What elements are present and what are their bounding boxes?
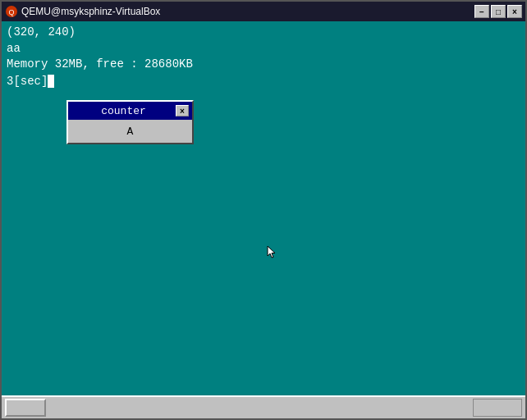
maximize-button[interactable]: □ [491, 5, 506, 18]
svg-text:Q: Q [8, 8, 14, 16]
titlebar-title: QEMU@msyksphinz-VirtualBox [21, 6, 474, 17]
minimize-button[interactable]: − [474, 5, 489, 18]
taskbar [2, 395, 525, 418]
prompt-area: 3[sec] [7, 75, 520, 88]
close-button[interactable]: × [507, 5, 522, 18]
popup-titlebar: counter × [68, 102, 192, 120]
popup-window: counter × A [66, 100, 194, 144]
terminal-line-1: (320, 240) [7, 25, 520, 41]
qemu-icon: Q [5, 5, 18, 18]
taskbar-clock [473, 399, 522, 417]
popup-close-button[interactable]: × [176, 105, 189, 116]
titlebar: Q QEMU@msyksphinz-VirtualBox − □ × [2, 2, 525, 21]
svg-marker-2 [268, 246, 275, 258]
terminal-line-3: Memory 32MB, free : 28680KB [7, 57, 520, 73]
prompt-text: 3[sec] [7, 75, 48, 88]
cursor [48, 75, 54, 88]
titlebar-buttons: − □ × [474, 5, 522, 18]
popup-title: counter [71, 105, 176, 117]
popup-content: A [68, 120, 192, 143]
terminal-area: (320, 240) aa Memory 32MB, free : 28680K… [2, 21, 525, 395]
taskbar-start-button[interactable] [5, 399, 46, 417]
popup-item-a[interactable]: A [73, 124, 187, 139]
main-window: Q QEMU@msyksphinz-VirtualBox − □ × (320,… [0, 0, 527, 420]
terminal-line-2: aa [7, 41, 520, 57]
